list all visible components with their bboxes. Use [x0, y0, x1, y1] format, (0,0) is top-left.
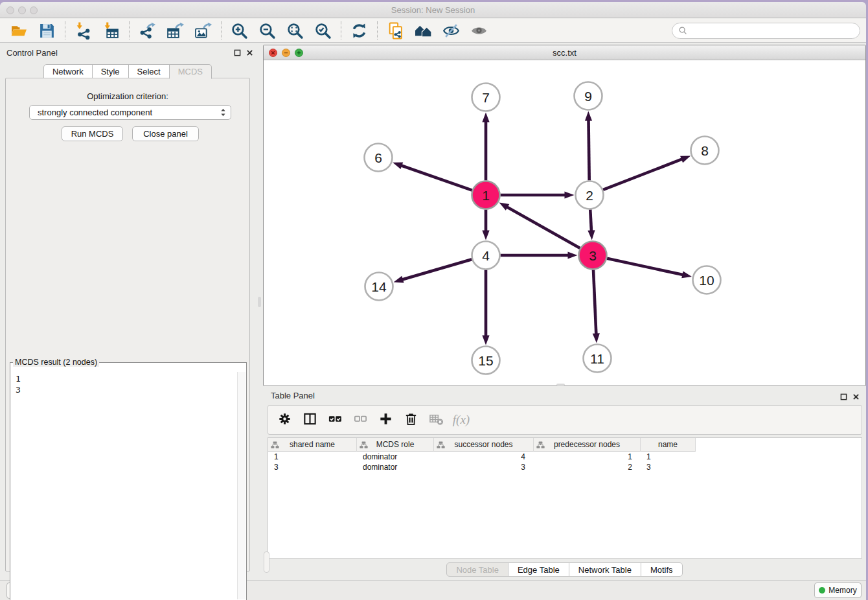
column-header-predecessor-nodes[interactable]: predecessor nodes [534, 438, 641, 452]
tab-style[interactable]: Style [92, 64, 129, 78]
splitter-handle[interactable] [258, 297, 261, 307]
graph-edge-arrow [585, 111, 592, 121]
export-network-button[interactable] [133, 20, 161, 41]
column-header-MCDS-role[interactable]: MCDS role [357, 438, 434, 452]
mcds-result-text[interactable]: 1 3 [12, 372, 236, 599]
table-cell[interactable]: 3 [434, 462, 534, 472]
column-header-successor-nodes[interactable]: successor nodes [434, 438, 534, 452]
table-cell[interactable]: 4 [434, 452, 534, 462]
table-cell[interactable]: 2 [534, 462, 641, 472]
svg-text:15: 15 [478, 353, 493, 368]
tab-mcds[interactable]: MCDS [169, 64, 212, 79]
svg-text:6: 6 [374, 150, 382, 165]
float-panel-icon[interactable] [232, 47, 242, 58]
table-cell[interactable]: dominator [357, 462, 434, 472]
graph-edge-arrow [394, 276, 404, 283]
table-cell[interactable]: 1 [534, 452, 641, 462]
network-window-titlebar[interactable]: scc.txt [264, 45, 865, 60]
import-table-icon [102, 22, 120, 40]
graph-node-7[interactable]: 7 [472, 84, 500, 111]
settings-gear-button[interactable] [276, 411, 293, 428]
save-session-button[interactable] [33, 20, 61, 41]
tab-select[interactable]: Select [128, 64, 170, 78]
zoom-in-button[interactable] [225, 20, 253, 41]
graph-edge-3-10[interactable] [607, 259, 683, 275]
run-mcds-button[interactable]: Run MCDS [62, 126, 123, 141]
table-cell[interactable]: 1 [268, 452, 357, 462]
tab-motifs[interactable]: Motifs [641, 562, 683, 577]
table-row[interactable]: 1dominator411 [268, 452, 862, 462]
eye-button[interactable] [465, 20, 493, 41]
graph-node-9[interactable]: 9 [575, 82, 602, 110]
table-cell[interactable]: 3 [641, 462, 696, 472]
tab-network-table[interactable]: Network Table [569, 562, 641, 577]
result-scrollbar[interactable] [237, 372, 246, 599]
delete-row-button[interactable] [402, 411, 419, 428]
add-row-button[interactable] [377, 411, 394, 428]
graph-node-14[interactable]: 14 [365, 273, 393, 301]
graph-node-10[interactable]: 10 [693, 266, 721, 294]
graph-node-8[interactable]: 8 [691, 137, 719, 165]
control-panel-tabs: NetworkStyleSelectMCDS [0, 64, 255, 79]
graph-node-15[interactable]: 15 [472, 347, 500, 375]
open-file-button[interactable] [5, 20, 33, 41]
close-panel-icon[interactable] [851, 391, 861, 402]
search-box[interactable] [672, 23, 860, 39]
export-table-button[interactable] [161, 20, 189, 41]
tab-network[interactable]: Network [43, 64, 93, 78]
graph-edge-2-3[interactable] [590, 209, 591, 231]
clone-network-button[interactable] [382, 20, 409, 41]
memory-button[interactable]: Memory [814, 583, 862, 598]
graph-edge-4-14[interactable] [402, 259, 472, 280]
column-header-name[interactable]: name [641, 438, 696, 452]
zoom-out-button[interactable] [253, 20, 281, 41]
table-cell[interactable]: 1 [641, 452, 696, 462]
search-icon [678, 26, 688, 36]
hierarchy-icon [536, 441, 545, 449]
search-input[interactable] [691, 25, 860, 38]
graph-edge-1-6[interactable] [400, 165, 472, 190]
graph-node-11[interactable]: 11 [584, 345, 611, 373]
export-image-button[interactable] [189, 20, 217, 41]
window-titlebar[interactable]: Session: New Session [0, 2, 866, 18]
graph-edge-2-9[interactable] [588, 119, 589, 180]
table-cell[interactable]: dominator [357, 452, 434, 462]
select-all-rows-button[interactable] [326, 411, 343, 428]
apply-layout-button[interactable] [345, 20, 373, 41]
splitter-handle[interactable] [556, 384, 565, 386]
deselect-all-rows-button[interactable] [352, 411, 369, 428]
mcds-result-title: MCDS result (2 nodes) [13, 358, 99, 367]
table-cell[interactable]: 3 [268, 462, 357, 472]
network-canvas[interactable]: 7968124314101511 [264, 60, 865, 386]
column-header-shared-name[interactable]: shared name [268, 438, 357, 452]
select-spinner-icon [220, 107, 227, 118]
toolbar-separator [377, 21, 378, 40]
node-table: shared nameMCDS rolesuccessor nodesprede… [268, 437, 862, 559]
import-network-button[interactable] [69, 20, 97, 41]
zoom-fit-button[interactable] [281, 20, 309, 41]
hierarchy-icon [360, 441, 368, 449]
close-panel-icon[interactable] [244, 47, 255, 58]
graph-node-3[interactable]: 3 [579, 242, 607, 270]
table-row[interactable]: 3dominator323 [268, 462, 862, 472]
close-panel-button[interactable]: Close panel [132, 126, 199, 141]
save-session-icon [38, 22, 56, 40]
zoom-selected-button[interactable] [309, 20, 337, 41]
tab-edge-table[interactable]: Edge Table [508, 562, 569, 577]
tab-node-table[interactable]: Node Table [446, 562, 508, 577]
float-panel-icon[interactable] [838, 391, 849, 402]
optimization-criterion-select[interactable]: strongly connected component [29, 105, 231, 120]
houses-icon [415, 22, 432, 40]
graph-edge-2-8[interactable] [603, 159, 683, 190]
graph-edge-3-11[interactable] [593, 270, 596, 334]
toggle-column-button[interactable] [301, 411, 318, 428]
graph-node-6[interactable]: 6 [365, 144, 393, 172]
graph-node-1[interactable]: 1 [472, 181, 500, 209]
eye-slash-button[interactable] [437, 20, 465, 41]
svg-text:10: 10 [699, 273, 714, 288]
graph-edge-3-1[interactable] [507, 207, 580, 248]
houses-button[interactable] [409, 20, 437, 41]
import-table-button[interactable] [97, 20, 125, 41]
graph-node-4[interactable]: 4 [472, 242, 500, 270]
graph-node-2[interactable]: 2 [576, 181, 604, 209]
